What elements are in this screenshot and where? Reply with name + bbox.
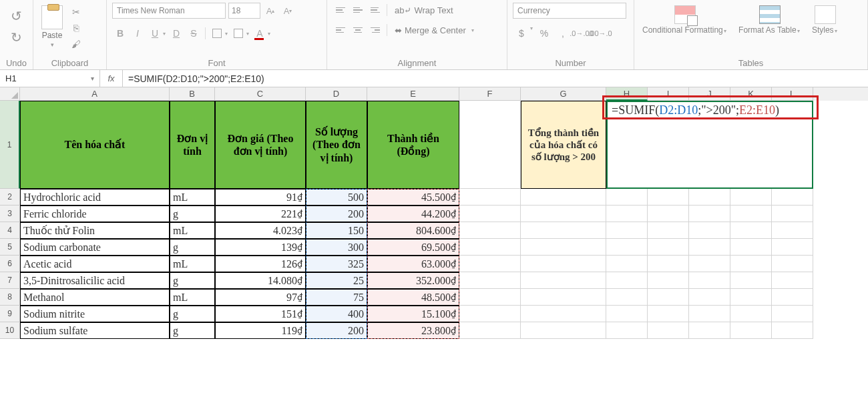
cell[interactable]: Thuốc thử Folin	[20, 222, 170, 239]
cell[interactable]: 804.600	[367, 222, 459, 239]
cell[interactable]	[689, 206, 730, 222]
currency-button[interactable]: $	[513, 25, 530, 41]
row-header[interactable]: 10	[0, 322, 20, 339]
cell[interactable]: 325	[306, 256, 367, 272]
cell[interactable]	[772, 256, 813, 272]
cell[interactable]	[521, 189, 606, 206]
cell[interactable]	[606, 289, 648, 306]
cell[interactable]	[648, 289, 689, 306]
cell[interactable]	[459, 289, 521, 306]
cell[interactable]: 126	[215, 256, 306, 272]
strikethrough-button[interactable]: S	[186, 25, 202, 41]
cell[interactable]: 97	[215, 289, 306, 306]
note-cell[interactable]: Tổng thành tiền của hóa chất có số lượng…	[521, 101, 606, 189]
select-all-corner[interactable]	[0, 87, 20, 101]
cell[interactable]: 63.000	[367, 256, 459, 272]
cell[interactable]	[648, 239, 689, 256]
align-bottom-button[interactable]	[367, 3, 383, 17]
col-header[interactable]: L	[772, 87, 813, 101]
cell[interactable]: 44.200	[367, 206, 459, 222]
col-header[interactable]: A	[20, 87, 170, 101]
row-header[interactable]: 9	[0, 306, 20, 322]
col-header[interactable]: J	[689, 87, 730, 101]
cell[interactable]	[730, 222, 772, 239]
cell[interactable]	[521, 289, 606, 306]
decrease-decimal-button[interactable]: .00→.0	[592, 25, 609, 41]
copy-button[interactable]: ⎘	[69, 21, 83, 35]
cell[interactable]	[606, 256, 648, 272]
cell[interactable]	[521, 239, 606, 256]
fx-button[interactable]: fx	[100, 70, 123, 87]
cell[interactable]	[648, 256, 689, 272]
cell[interactable]	[606, 239, 648, 256]
cell[interactable]: g	[170, 206, 215, 222]
double-underline-button[interactable]: D	[168, 25, 184, 41]
cell[interactable]: 300	[306, 239, 367, 256]
cell[interactable]	[606, 322, 648, 339]
active-formula-cell[interactable]: =SUMIF(D2:D10;">200";E2:E10)	[606, 101, 813, 189]
cell[interactable]: 151	[215, 306, 306, 322]
cell[interactable]	[689, 239, 730, 256]
table-header[interactable]: Đơn giá (Theo đơn vị tính)	[215, 101, 306, 189]
cell[interactable]: g	[170, 239, 215, 256]
cell[interactable]	[459, 222, 521, 239]
comma-button[interactable]: ,	[554, 25, 572, 41]
table-header[interactable]: Đơn vị tính	[170, 101, 215, 189]
cell[interactable]	[606, 222, 648, 239]
formula-input[interactable]: =SUMIF(D2:D10;">200";E2:E10)	[123, 73, 868, 84]
undo-button[interactable]: ↺	[11, 8, 22, 24]
cell[interactable]: Ferric chloride	[20, 206, 170, 222]
paste-button[interactable]: Paste ▾	[39, 3, 65, 51]
row-header[interactable]: 1	[0, 101, 20, 189]
row-header[interactable]: 8	[0, 289, 20, 306]
cell[interactable]	[689, 306, 730, 322]
cell[interactable]: Methanol	[20, 289, 170, 306]
table-header[interactable]: Thành tiền (Đồng)	[367, 101, 459, 189]
cell[interactable]	[648, 222, 689, 239]
cell[interactable]	[459, 322, 521, 339]
wrap-text-button[interactable]: ab⤶Wrap Text	[391, 4, 457, 17]
col-header[interactable]: K	[730, 87, 772, 101]
cell[interactable]: 14.080	[215, 272, 306, 289]
cell[interactable]: g	[170, 306, 215, 322]
cell[interactable]: Acetic acid	[20, 256, 170, 272]
align-right-button[interactable]	[367, 23, 383, 37]
cell[interactable]: Sodium nitrite	[20, 306, 170, 322]
cell[interactable]	[648, 189, 689, 206]
cell[interactable]: 3,5-Dinitrosalicilic acid	[20, 272, 170, 289]
cell[interactable]	[689, 189, 730, 206]
cell[interactable]: 221	[215, 206, 306, 222]
cell[interactable]	[730, 306, 772, 322]
cell[interactable]	[606, 272, 648, 289]
cell[interactable]	[730, 272, 772, 289]
cell[interactable]: g	[170, 272, 215, 289]
row-header[interactable]: 5	[0, 239, 20, 256]
cell[interactable]	[521, 272, 606, 289]
cell[interactable]: 15.100	[367, 306, 459, 322]
cell[interactable]	[772, 289, 813, 306]
font-size-select[interactable]	[228, 3, 260, 19]
cell[interactable]	[730, 289, 772, 306]
cell[interactable]	[459, 306, 521, 322]
cell[interactable]: 23.800	[367, 322, 459, 339]
cell[interactable]: 400	[306, 306, 367, 322]
cell[interactable]	[772, 322, 813, 339]
font-color-button[interactable]: A	[252, 25, 268, 41]
cell[interactable]: mL	[170, 256, 215, 272]
cell[interactable]	[459, 239, 521, 256]
cell[interactable]	[648, 206, 689, 222]
percent-button[interactable]: %	[535, 25, 553, 41]
increase-font-button[interactable]: A▴	[263, 3, 278, 18]
col-header[interactable]: B	[170, 87, 215, 101]
cell[interactable]	[521, 222, 606, 239]
row-header[interactable]: 3	[0, 206, 20, 222]
cell[interactable]	[459, 272, 521, 289]
cut-button[interactable]: ✂	[69, 5, 83, 19]
cell[interactable]: 200	[306, 206, 367, 222]
cell[interactable]	[772, 306, 813, 322]
format-as-table-button[interactable]: Format As Table ▾	[736, 3, 804, 37]
cell[interactable]	[772, 272, 813, 289]
cell[interactable]: 75	[306, 289, 367, 306]
cell[interactable]: 500	[306, 189, 367, 206]
cell[interactable]: mL	[170, 189, 215, 206]
